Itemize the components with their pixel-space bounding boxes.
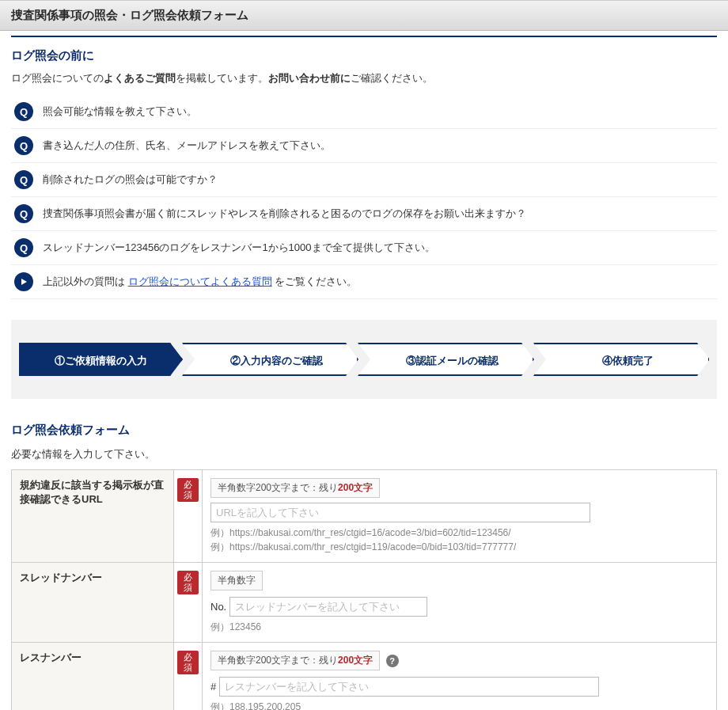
step-3: ③認証メールの確認 xyxy=(358,343,534,376)
row-url: 規約違反に該当する掲示板が直接確認できるURL 必須 半角数字200文字まで：残… xyxy=(12,470,717,563)
form-table: 規約違反に該当する掲示板が直接確認できるURL 必須 半角数字200文字まで：残… xyxy=(11,469,717,710)
faq-text: 捜査関係事項照会書が届く前にスレッドやレスを削除されると困るのでログの保存をお願… xyxy=(43,207,714,221)
before-intro: ログ照会についてのよくあるご質問を掲載しています。お問い合わせ前にご確認ください… xyxy=(11,71,717,85)
header-divider xyxy=(11,36,717,37)
question-icon: Q xyxy=(14,102,33,121)
step-2: ②入力内容のご確認 xyxy=(182,343,358,376)
faq-more-text: 上記以外の質問は ログ照会についてよくある質問 をご覧ください。 xyxy=(43,275,714,289)
url-input[interactable] xyxy=(210,503,590,522)
faq-item[interactable]: Q 書き込んだ人の住所、氏名、メールアドレスを教えて下さい。 xyxy=(11,129,717,163)
before-title: ログ照会の前に xyxy=(11,48,717,63)
hint-res: 半角数字200文字まで：残り200文字 xyxy=(210,651,380,670)
field-res: 半角数字200文字まで：残り200文字 ? # 例）188,195,200,20… xyxy=(203,643,717,711)
thread-input[interactable] xyxy=(229,597,427,617)
res-input[interactable] xyxy=(219,677,599,697)
hint-url-pre: 半角数字200文字まで：残り xyxy=(218,482,338,493)
hint-url: 半角数字200文字まで：残り200文字 xyxy=(210,478,380,498)
step-4: ④依頼完了 xyxy=(533,343,709,376)
req-cell: 必須 xyxy=(174,470,203,563)
hint-thread: 半角数字 xyxy=(210,571,263,590)
req-cell: 必須 xyxy=(174,643,203,711)
question-icon: Q xyxy=(14,170,33,189)
thread-prefix: No. xyxy=(210,601,226,613)
label-thread: スレッドナンバー xyxy=(12,563,174,643)
res-prefix: # xyxy=(210,681,216,693)
more-prefix: 上記以外の質問は xyxy=(43,275,128,287)
required-badge: 必須 xyxy=(177,478,199,502)
example-res: 例）188,195,200,205 xyxy=(210,700,708,710)
question-icon: Q xyxy=(14,238,33,257)
svg-marker-0 xyxy=(21,279,27,285)
label-url: 規約違反に該当する掲示板が直接確認できるURL xyxy=(12,470,174,563)
field-url: 半角数字200文字まで：残り200文字 例）https://bakusai.co… xyxy=(203,470,717,563)
faq-text: 照会可能な情報を教えて下さい。 xyxy=(43,104,714,119)
faq-more: 上記以外の質問は ログ照会についてよくある質問 をご覧ください。 xyxy=(11,265,717,299)
step-band: ①ご依頼情報の入力 ②入力内容のご確認 ③認証メールの確認 ④依頼完了 xyxy=(11,320,717,399)
hint-res-count: 200文字 xyxy=(338,655,373,666)
faq-item[interactable]: Q 照会可能な情報を教えて下さい。 xyxy=(11,95,717,129)
form-intro: 必要な情報を入力して下さい。 xyxy=(11,447,717,461)
play-icon xyxy=(14,272,33,291)
intro-b: よくあるご質問 xyxy=(104,72,176,84)
faq-text: 書き込んだ人の住所、氏名、メールアドレスを教えて下さい。 xyxy=(43,139,714,153)
label-res: レスナンバー xyxy=(12,643,174,711)
row-thread: スレッドナンバー 必須 半角数字 No. 例）123456 xyxy=(12,563,717,643)
example-url: 例）https://bakusai.com/thr_res/ctgid=16/a… xyxy=(210,526,708,554)
hint-res-pre: 半角数字200文字まで：残り xyxy=(218,655,338,666)
required-badge: 必須 xyxy=(177,571,199,594)
faq-item[interactable]: Q 削除されたログの照会は可能ですか？ xyxy=(11,163,717,197)
intro-a: ログ照会についての xyxy=(11,72,104,84)
more-suffix: をご覧ください。 xyxy=(272,275,358,287)
intro-d: お問い合わせ前に xyxy=(268,72,351,84)
faq-more-link[interactable]: ログ照会についてよくある質問 xyxy=(128,275,272,287)
question-icon: Q xyxy=(14,136,33,155)
faq-item[interactable]: Q 捜査関係事項照会書が届く前にスレッドやレスを削除されると困るのでログの保存を… xyxy=(11,197,717,231)
required-badge: 必須 xyxy=(177,651,199,674)
intro-e: ご確認ください。 xyxy=(351,72,433,84)
form-section: ログ照会依頼フォーム 必要な情報を入力して下さい。 規約違反に該当する掲示板が直… xyxy=(11,423,717,710)
question-icon: Q xyxy=(14,204,33,223)
page-title: 捜査関係事項の照会・ログ照会依頼フォーム xyxy=(11,8,248,21)
faq-text: 削除されたログの照会は可能ですか？ xyxy=(43,173,714,187)
req-cell: 必須 xyxy=(174,563,203,643)
form-title: ログ照会依頼フォーム xyxy=(11,423,717,438)
field-thread: 半角数字 No. 例）123456 xyxy=(203,563,717,643)
faq-list: Q 照会可能な情報を教えて下さい。 Q 書き込んだ人の住所、氏名、メールアドレス… xyxy=(11,95,717,299)
help-icon[interactable]: ? xyxy=(386,655,399,667)
intro-c: を掲載しています。 xyxy=(176,72,268,84)
hint-url-count: 200文字 xyxy=(338,482,373,493)
page-header: 捜査関係事項の照会・ログ照会依頼フォーム xyxy=(0,0,728,31)
step-1: ①ご依頼情報の入力 xyxy=(19,343,183,376)
row-res: レスナンバー 必須 半角数字200文字まで：残り200文字 ? # 例）188,… xyxy=(12,643,717,711)
steps: ①ご依頼情報の入力 ②入力内容のご確認 ③認証メールの確認 ④依頼完了 xyxy=(19,343,709,376)
faq-text: スレッドナンバー123456のログをレスナンバー1から1000まで全て提供して下… xyxy=(43,241,714,255)
example-thread: 例）123456 xyxy=(210,620,708,634)
faq-item[interactable]: Q スレッドナンバー123456のログをレスナンバー1から1000まで全て提供し… xyxy=(11,231,717,265)
